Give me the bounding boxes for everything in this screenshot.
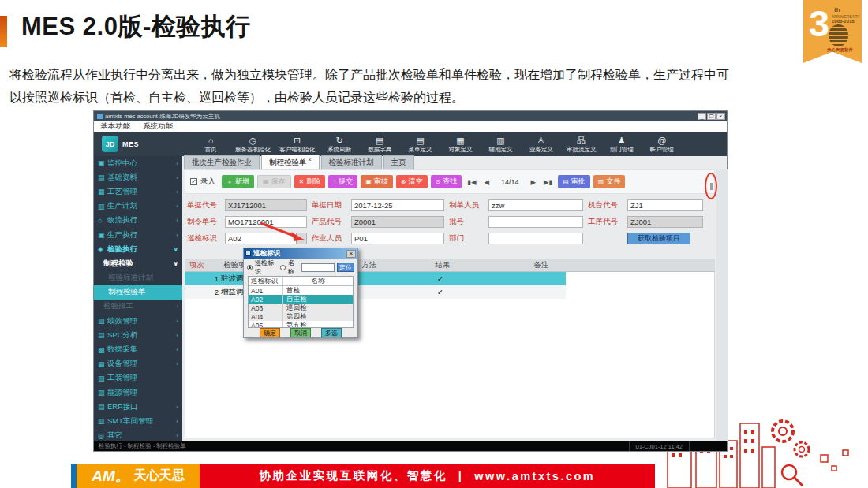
get-inspection-items-button[interactable]: 获取检验项目 bbox=[627, 233, 690, 244]
scrollbar-track[interactable] bbox=[716, 169, 728, 441]
sidebar-item-inspection-exec[interactable]: ◈检验执行∨ bbox=[94, 242, 182, 256]
nav-auxiliary-define[interactable]: ▥辅助定义 bbox=[485, 133, 517, 155]
sidebar-item-data-collection[interactable]: ▩数据采集› bbox=[94, 342, 182, 356]
grid-row-1[interactable]: 1 驻波调试 ✓ bbox=[185, 272, 566, 285]
search-button[interactable]: ⊙查找 bbox=[431, 175, 462, 188]
nav-data-dictionary[interactable]: ▤数据字典 bbox=[364, 133, 395, 155]
department-field[interactable] bbox=[488, 233, 583, 244]
footer-website[interactable]: www.amtxts.com bbox=[474, 470, 595, 482]
sidebar-item-base-data[interactable]: ▤基础资料› bbox=[94, 170, 182, 184]
sidebar-item-tooling-mgmt[interactable]: ▧工装管理 bbox=[94, 371, 182, 386]
sidebar-item-spc-analysis[interactable]: ▤SPC分析› bbox=[94, 328, 182, 342]
toolbar: ✓ 录入 ＋新增 ▦保存 ✕删除 ↑提交 ▣审核 ⊗清空 ⊙查找 ▮◀ ◀ 14… bbox=[185, 169, 715, 194]
sidebar-item-erp-interface[interactable]: ▤ERP接口› bbox=[94, 400, 182, 414]
last-record-button[interactable]: ▶▮ bbox=[541, 178, 555, 186]
dialog-row-a02[interactable]: A02自主检 bbox=[249, 295, 353, 304]
entry-label: 录入 bbox=[200, 177, 215, 187]
clear-button[interactable]: ⊗清空 bbox=[396, 175, 428, 188]
approve-button[interactable]: ▤审批 bbox=[558, 175, 590, 188]
machine-code-field[interactable]: ZJ1 bbox=[627, 199, 703, 211]
radio-patrol-mark[interactable] bbox=[247, 265, 253, 270]
result-check-icon: ✓ bbox=[397, 288, 484, 296]
chevron-right-icon: › bbox=[176, 303, 178, 310]
nav-department-mgmt[interactable]: ♟部门管理 bbox=[606, 133, 638, 155]
patrol-mark-dialog: 巡检标识 × 巡检标识 名称 定位 巡检标识 名称 bbox=[243, 248, 358, 338]
sidebar-item-craft-mgmt[interactable]: ▦工艺管理› bbox=[94, 184, 182, 199]
lot-number-field[interactable] bbox=[488, 216, 583, 228]
nav-items: ⌂首页 ◷服务器初始化 ⊡客户端初始化 ↻系统刷新 ▤数据字典 ▤菜单定义 ▦对… bbox=[195, 133, 678, 155]
chevron-right-icon: › bbox=[176, 318, 178, 325]
sidebar-item-smt-workshop[interactable]: ▥SMT车间管理› bbox=[94, 414, 182, 428]
description-line2: 以按照巡检标识（首检、自主检、巡回检等），由检验人员记录这些检验的过程。 bbox=[9, 86, 806, 109]
dialog-row-a01[interactable]: A01首检 bbox=[249, 286, 353, 295]
dialog-row-a03[interactable]: A03巡回检 bbox=[249, 304, 353, 312]
sidebar-item-monitor-center[interactable]: ▣监控中心› bbox=[94, 156, 182, 170]
sidebar-item-production-plan[interactable]: ▥生产计划› bbox=[94, 199, 182, 214]
sidebar-item-process-inspection[interactable]: 制程检验∨ bbox=[94, 256, 182, 270]
prev-record-button[interactable]: ◀ bbox=[481, 178, 492, 186]
dialog-grid: 巡检标识 名称 A01首检 A02自主检 A03巡回检 A04第四检 A05第五… bbox=[248, 276, 354, 328]
sidebar-item-inspection-standard-plan[interactable]: 检验标准计划 bbox=[94, 271, 182, 285]
close-button[interactable]: × bbox=[716, 113, 725, 120]
tab-batch-inspection[interactable]: 批次生产检验作业 bbox=[184, 155, 260, 169]
add-button[interactable]: ＋新增 bbox=[222, 175, 254, 188]
dialog-row-a04[interactable]: A04第四检 bbox=[249, 312, 353, 321]
nav-account-mgmt[interactable]: @帐户管理 bbox=[646, 133, 678, 155]
minimize-button[interactable]: _ bbox=[698, 113, 706, 120]
locate-button[interactable]: 定位 bbox=[337, 263, 354, 272]
radio-name[interactable] bbox=[280, 265, 286, 270]
dialog-close-button[interactable]: × bbox=[346, 250, 356, 258]
status-bar: 检验执行 - 制程检验 - 制程检验单 01-CJ01-12 11:42 bbox=[94, 441, 727, 451]
tab-inspection-standard-plan[interactable]: 检验标准计划 bbox=[321, 155, 382, 169]
submit-button[interactable]: ↑提交 bbox=[328, 175, 357, 188]
maker-field[interactable]: zzw bbox=[488, 199, 583, 211]
nav-server-init[interactable]: ◷服务器初始化 bbox=[235, 133, 271, 155]
sidebar-item-energy-mgmt[interactable]: ▨能源管理 bbox=[94, 386, 182, 400]
status-breadcrumb: 检验执行 - 制程检验 - 制程检验单 bbox=[94, 442, 629, 450]
multi-select-button[interactable]: 多选 bbox=[321, 328, 342, 337]
cancel-button[interactable]: 取消 bbox=[290, 328, 311, 337]
sidebar-item-process-inspection-order[interactable]: 制程检验单 bbox=[94, 285, 182, 300]
dialog-row-a05[interactable]: A05第五检 bbox=[249, 321, 353, 328]
audit-button[interactable]: ▣审核 bbox=[361, 175, 393, 188]
operator-field[interactable]: P01 bbox=[351, 233, 444, 244]
dialog-grid-header: 巡检标识 名称 bbox=[249, 277, 353, 286]
file-button[interactable]: ▥文件 bbox=[593, 175, 626, 188]
nav-object-define[interactable]: ▦对象定义 bbox=[444, 133, 476, 155]
sidebar-item-logistics-exec[interactable]: ○物流执行› bbox=[94, 214, 182, 228]
dialog-search-input[interactable] bbox=[301, 263, 335, 272]
entry-checkbox[interactable]: ✓ bbox=[190, 178, 197, 185]
dialog-title-bar[interactable]: 巡检标识 × bbox=[244, 248, 357, 259]
maximize-button[interactable]: ❐ bbox=[707, 113, 716, 120]
status-timestamp: 01-CJ01-12 11:42 bbox=[629, 441, 689, 451]
nav-approval-flow-define[interactable]: 品审批流定义 bbox=[566, 133, 597, 155]
scrollbar-thumb[interactable] bbox=[710, 183, 713, 190]
smt-icon: ▥ bbox=[98, 417, 107, 425]
nav-home[interactable]: ⌂首页 bbox=[195, 133, 226, 155]
tab-process-inspection-order[interactable]: 制程检验单× bbox=[261, 155, 320, 169]
sidebar-item-equipment-mgmt[interactable]: ▦设备管理› bbox=[94, 357, 182, 371]
grid-row-2[interactable]: 2 增益调试 ✓ bbox=[185, 285, 566, 299]
delete-button[interactable]: ✕删除 bbox=[294, 175, 326, 188]
next-record-button[interactable]: ▶ bbox=[529, 178, 539, 186]
sidebar-item-performance-mgmt[interactable]: ▧绩效管理› bbox=[94, 314, 182, 328]
doc-date-field[interactable]: 2017-12-25 bbox=[351, 199, 444, 211]
nav-menu-define[interactable]: ▤菜单定义 bbox=[404, 133, 436, 155]
sidebar-item-production-exec[interactable]: ▣生产执行› bbox=[94, 228, 182, 242]
menu-bar: 基本功能 系统功能 bbox=[94, 121, 727, 132]
nav-client-init[interactable]: ⊡客户端初始化 bbox=[279, 133, 315, 155]
tab-close-icon[interactable]: × bbox=[309, 157, 312, 162]
menu-basic-functions[interactable]: 基本功能 bbox=[94, 121, 137, 132]
process-code-field: ZJ001 bbox=[627, 216, 703, 228]
first-record-button[interactable]: ▮◀ bbox=[465, 178, 478, 186]
ok-button[interactable]: 确定 bbox=[260, 328, 280, 337]
title-accent-bar bbox=[0, 16, 7, 47]
nav-system-refresh[interactable]: ↻系统刷新 bbox=[324, 133, 355, 155]
menu-system-functions[interactable]: 系统功能 bbox=[137, 121, 179, 132]
nav-business-define[interactable]: ♙业务定义 bbox=[526, 133, 557, 155]
sidebar-item-inspection-report[interactable]: 检验报工› bbox=[94, 300, 182, 314]
object-define-icon: ▦ bbox=[456, 136, 464, 146]
app-window: amtxts mes account-珠海JD研发华为云主机 _ ❐ × 基本功… bbox=[93, 110, 728, 452]
tab-home[interactable]: 主页 bbox=[383, 155, 414, 169]
dialog-icon bbox=[245, 251, 251, 256]
